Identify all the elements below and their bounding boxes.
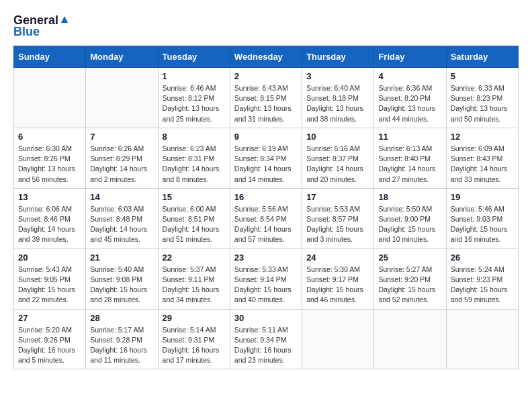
day-info: Sunrise: 5:17 AM Sunset: 9:28 PM Dayligh… — [90, 325, 153, 366]
day-number: 21 — [90, 253, 153, 263]
calendar-day-cell: 12Sunrise: 6:09 AM Sunset: 8:43 PM Dayli… — [446, 128, 518, 188]
day-info: Sunrise: 5:11 AM Sunset: 9:34 PM Dayligh… — [234, 325, 298, 366]
day-number: 4 — [378, 71, 441, 81]
weekday-header: Tuesday — [158, 46, 230, 68]
calendar-day-cell: 4Sunrise: 6:36 AM Sunset: 8:20 PM Daylig… — [374, 68, 446, 128]
day-number: 14 — [90, 192, 153, 202]
day-number: 11 — [378, 132, 441, 142]
day-number: 23 — [234, 253, 298, 263]
logo: General Blue — [13, 13, 69, 39]
day-info: Sunrise: 6:40 AM Sunset: 8:18 PM Dayligh… — [306, 83, 369, 124]
day-info: Sunrise: 6:06 AM Sunset: 8:46 PM Dayligh… — [18, 204, 81, 245]
day-info: Sunrise: 5:56 AM Sunset: 8:54 PM Dayligh… — [234, 204, 298, 245]
weekday-header: Thursday — [302, 46, 374, 68]
calendar-body: 1Sunrise: 6:46 AM Sunset: 8:12 PM Daylig… — [14, 68, 519, 369]
day-info: Sunrise: 5:24 AM Sunset: 9:23 PM Dayligh… — [451, 265, 514, 306]
day-number: 16 — [234, 192, 298, 202]
calendar-day-cell: 16Sunrise: 5:56 AM Sunset: 8:54 PM Dayli… — [230, 188, 302, 248]
calendar-day-cell: 27Sunrise: 5:20 AM Sunset: 9:26 PM Dayli… — [14, 309, 86, 369]
calendar-day-cell: 24Sunrise: 5:30 AM Sunset: 9:17 PM Dayli… — [302, 248, 374, 309]
calendar-day-cell — [302, 309, 374, 369]
day-info: Sunrise: 6:03 AM Sunset: 8:48 PM Dayligh… — [90, 204, 153, 245]
day-number: 20 — [18, 253, 81, 263]
weekday-header: Saturday — [446, 46, 518, 68]
day-number: 19 — [451, 192, 514, 202]
logo-blue: Blue — [13, 25, 40, 39]
weekday-header: Friday — [374, 46, 446, 68]
day-number: 30 — [234, 313, 298, 323]
calendar-day-cell: 18Sunrise: 5:50 AM Sunset: 9:00 PM Dayli… — [374, 188, 446, 248]
day-number: 10 — [306, 132, 369, 142]
day-info: Sunrise: 6:16 AM Sunset: 8:37 PM Dayligh… — [306, 144, 369, 185]
calendar-day-cell: 15Sunrise: 6:00 AM Sunset: 8:51 PM Dayli… — [158, 188, 230, 248]
day-number: 12 — [451, 132, 514, 142]
day-info: Sunrise: 6:30 AM Sunset: 8:26 PM Dayligh… — [18, 144, 81, 185]
day-info: Sunrise: 6:46 AM Sunset: 8:12 PM Dayligh… — [163, 83, 226, 124]
calendar-day-cell: 10Sunrise: 6:16 AM Sunset: 8:37 PM Dayli… — [302, 128, 374, 188]
day-number: 29 — [163, 313, 226, 323]
calendar-day-cell: 1Sunrise: 6:46 AM Sunset: 8:12 PM Daylig… — [158, 68, 230, 128]
day-info: Sunrise: 5:43 AM Sunset: 9:05 PM Dayligh… — [18, 265, 81, 306]
calendar-day-cell: 20Sunrise: 5:43 AM Sunset: 9:05 PM Dayli… — [14, 248, 86, 309]
calendar-day-cell: 22Sunrise: 5:37 AM Sunset: 9:11 PM Dayli… — [158, 248, 230, 309]
day-number: 3 — [306, 71, 369, 81]
calendar-day-cell: 14Sunrise: 6:03 AM Sunset: 8:48 PM Dayli… — [86, 188, 158, 248]
calendar-day-cell: 25Sunrise: 5:27 AM Sunset: 9:20 PM Dayli… — [374, 248, 446, 309]
day-info: Sunrise: 5:14 AM Sunset: 9:31 PM Dayligh… — [163, 325, 226, 366]
day-number: 6 — [18, 132, 81, 142]
day-number: 22 — [163, 253, 226, 263]
calendar-day-cell — [14, 68, 86, 128]
svg-marker-0 — [61, 16, 68, 23]
day-info: Sunrise: 6:00 AM Sunset: 8:51 PM Dayligh… — [163, 204, 226, 245]
day-number: 13 — [18, 192, 81, 202]
day-number: 26 — [451, 253, 514, 263]
day-info: Sunrise: 5:20 AM Sunset: 9:26 PM Dayligh… — [18, 325, 81, 366]
calendar-week-row: 1Sunrise: 6:46 AM Sunset: 8:12 PM Daylig… — [14, 68, 519, 128]
day-info: Sunrise: 5:27 AM Sunset: 9:20 PM Dayligh… — [378, 265, 441, 306]
weekday-header: Monday — [86, 46, 158, 68]
day-info: Sunrise: 6:23 AM Sunset: 8:31 PM Dayligh… — [163, 144, 226, 185]
weekday-header: Wednesday — [230, 46, 302, 68]
day-info: Sunrise: 6:19 AM Sunset: 8:34 PM Dayligh… — [234, 144, 298, 185]
day-info: Sunrise: 5:46 AM Sunset: 9:03 PM Dayligh… — [451, 204, 514, 245]
calendar-day-cell: 13Sunrise: 6:06 AM Sunset: 8:46 PM Dayli… — [14, 188, 86, 248]
calendar-week-row: 27Sunrise: 5:20 AM Sunset: 9:26 PM Dayli… — [14, 309, 519, 369]
calendar-day-cell: 17Sunrise: 5:53 AM Sunset: 8:57 PM Dayli… — [302, 188, 374, 248]
day-info: Sunrise: 5:33 AM Sunset: 9:14 PM Dayligh… — [234, 265, 298, 306]
day-number: 15 — [163, 192, 226, 202]
calendar-day-cell: 2Sunrise: 6:43 AM Sunset: 8:15 PM Daylig… — [230, 68, 302, 128]
day-info: Sunrise: 6:33 AM Sunset: 8:23 PM Dayligh… — [451, 83, 514, 124]
day-info: Sunrise: 6:09 AM Sunset: 8:43 PM Dayligh… — [451, 144, 514, 185]
calendar-day-cell: 23Sunrise: 5:33 AM Sunset: 9:14 PM Dayli… — [230, 248, 302, 309]
calendar-day-cell: 8Sunrise: 6:23 AM Sunset: 8:31 PM Daylig… — [158, 128, 230, 188]
day-info: Sunrise: 6:13 AM Sunset: 8:40 PM Dayligh… — [378, 144, 441, 185]
day-info: Sunrise: 5:40 AM Sunset: 9:08 PM Dayligh… — [90, 265, 153, 306]
calendar-week-row: 20Sunrise: 5:43 AM Sunset: 9:05 PM Dayli… — [14, 248, 519, 309]
calendar-week-row: 13Sunrise: 6:06 AM Sunset: 8:46 PM Dayli… — [14, 188, 519, 248]
calendar-day-cell: 6Sunrise: 6:30 AM Sunset: 8:26 PM Daylig… — [14, 128, 86, 188]
day-info: Sunrise: 5:37 AM Sunset: 9:11 PM Dayligh… — [163, 265, 226, 306]
calendar-day-cell: 21Sunrise: 5:40 AM Sunset: 9:08 PM Dayli… — [86, 248, 158, 309]
day-number: 8 — [163, 132, 226, 142]
day-number: 18 — [378, 192, 441, 202]
day-info: Sunrise: 5:50 AM Sunset: 9:00 PM Dayligh… — [378, 204, 441, 245]
day-number: 25 — [378, 253, 441, 263]
day-number: 1 — [163, 71, 226, 81]
day-number: 5 — [451, 71, 514, 81]
calendar-day-cell — [446, 309, 518, 369]
day-info: Sunrise: 5:30 AM Sunset: 9:17 PM Dayligh… — [306, 265, 369, 306]
calendar-day-cell: 29Sunrise: 5:14 AM Sunset: 9:31 PM Dayli… — [158, 309, 230, 369]
calendar-day-cell — [374, 309, 446, 369]
calendar-day-cell: 11Sunrise: 6:13 AM Sunset: 8:40 PM Dayli… — [374, 128, 446, 188]
calendar-day-cell: 7Sunrise: 6:26 AM Sunset: 8:29 PM Daylig… — [86, 128, 158, 188]
calendar-day-cell: 30Sunrise: 5:11 AM Sunset: 9:34 PM Dayli… — [230, 309, 302, 369]
weekday-header: Sunday — [14, 46, 86, 68]
day-info: Sunrise: 6:43 AM Sunset: 8:15 PM Dayligh… — [234, 83, 298, 124]
calendar-day-cell — [86, 68, 158, 128]
day-number: 28 — [90, 313, 153, 323]
calendar-table: SundayMondayTuesdayWednesdayThursdayFrid… — [13, 46, 519, 369]
day-number: 2 — [234, 71, 298, 81]
day-number: 7 — [90, 132, 153, 142]
calendar-day-cell: 28Sunrise: 5:17 AM Sunset: 9:28 PM Dayli… — [86, 309, 158, 369]
calendar-day-cell: 26Sunrise: 5:24 AM Sunset: 9:23 PM Dayli… — [446, 248, 518, 309]
